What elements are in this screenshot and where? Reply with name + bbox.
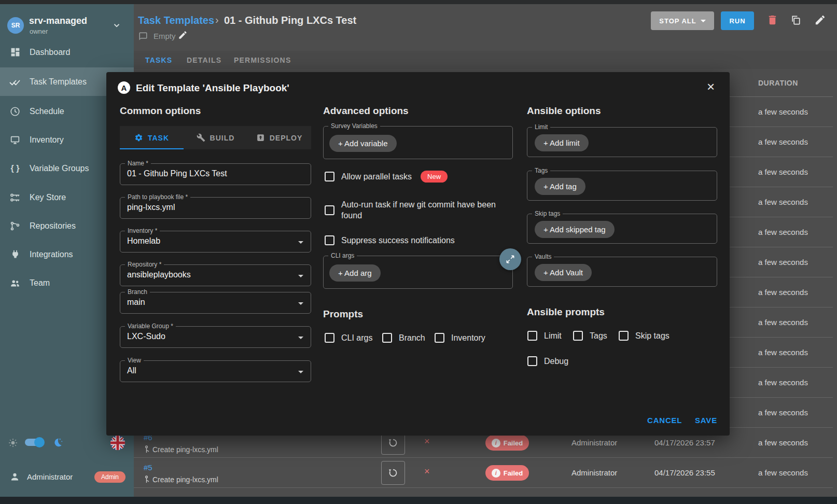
chevron-down-icon[interactable] (298, 302, 303, 305)
inventory-select[interactable]: Inventory * Homelab (120, 231, 311, 253)
branch-select-value[interactable]: main (127, 298, 145, 307)
tab-task-label: TASK (148, 134, 169, 142)
remove-icon[interactable]: × (424, 436, 430, 447)
retry-icon (387, 467, 399, 479)
chevron-down-icon[interactable] (298, 371, 303, 373)
tab-details[interactable]: DETAILS (187, 56, 221, 64)
ansible-prompt-skip-tags-label: Skip tags (635, 331, 669, 341)
checkbox-icon[interactable] (435, 333, 444, 343)
allow-parallel-checkbox-row[interactable]: Allow parallel tasks New (325, 171, 448, 183)
prompt-inventory-label: Inventory (451, 333, 485, 343)
remove-icon[interactable]: × (424, 466, 430, 477)
retry-icon (387, 437, 399, 449)
ansible-prompt-tags[interactable]: Tags (573, 331, 607, 341)
duration-cell: a few seconds (730, 368, 833, 398)
sidebar-item-label: Key Store (30, 193, 66, 202)
chevron-down-icon[interactable] (298, 275, 303, 277)
checkbox-icon[interactable] (573, 331, 583, 341)
add-variable-chip[interactable]: + Add variable (329, 135, 397, 152)
sidebar-item-dashboard[interactable]: Dashboard (0, 38, 134, 66)
prompt-cli-args-label: CLI args (341, 333, 372, 343)
suppress-checkbox-row[interactable]: Suppress success notifications (325, 235, 455, 245)
ansible-prompt-limit[interactable]: Limit (527, 331, 562, 341)
variable-group-select[interactable]: Variable Group * LXC-Sudo (120, 326, 311, 348)
variable-group-value[interactable]: LXC-Sudo (127, 332, 165, 341)
prompt-branch[interactable]: Branch (382, 333, 425, 343)
playbook-path-field[interactable]: Path to playbook file * ping-lxcs.yml (120, 197, 311, 219)
expand-editor-button[interactable] (499, 248, 521, 270)
task-id-link[interactable]: #5 (144, 463, 152, 472)
branch-select[interactable]: Branch main (120, 292, 311, 314)
checkbox-icon[interactable] (619, 331, 629, 341)
save-button[interactable]: SAVE (695, 416, 717, 425)
theme-toggle[interactable] (25, 439, 44, 446)
add-skipped-tag-chip[interactable]: + Add skipped tag (535, 221, 615, 238)
double-check-icon (9, 76, 21, 88)
theme-toggle-thumb[interactable] (34, 437, 45, 447)
ansible-prompt-limit-label: Limit (544, 331, 562, 341)
add-vault-chip[interactable]: + Add Vault (535, 264, 592, 281)
prompt-cli-args[interactable]: CLI args (325, 333, 372, 343)
run-button[interactable]: RUN (721, 11, 754, 30)
prompt-inventory[interactable]: Inventory (435, 333, 485, 343)
inventory-select-label: Inventory * (125, 227, 160, 235)
branch-select-label: Branch (125, 288, 150, 296)
checkbox-icon[interactable] (325, 172, 334, 181)
table-row[interactable]: #5 Create ping-lxcs.yml × i Failed Admin… (134, 458, 833, 488)
copy-icon[interactable] (790, 14, 802, 26)
cancel-button[interactable]: CANCEL (647, 416, 682, 425)
moon-icon (51, 437, 63, 449)
add-arg-chip[interactable]: + Add arg (329, 264, 381, 282)
repository-select[interactable]: Repository * ansibleplaybooks (120, 264, 311, 286)
ansible-prompt-skip-tags[interactable]: Skip tags (619, 331, 669, 341)
footer-user[interactable]: Administrator (27, 472, 73, 481)
breadcrumb[interactable]: Task Templates (138, 15, 214, 26)
chevron-down-icon (701, 20, 706, 22)
tab-permissions[interactable]: PERMISSIONS (234, 56, 291, 64)
chevron-down-icon[interactable] (298, 241, 303, 244)
chevron-down-icon[interactable] (298, 337, 303, 339)
commit-icon (143, 445, 150, 453)
checkbox-icon[interactable] (527, 356, 537, 366)
chevron-down-icon[interactable] (112, 21, 121, 30)
close-icon[interactable]: × (707, 79, 715, 95)
duration-cell: a few seconds (730, 157, 833, 187)
checkbox-icon[interactable] (325, 205, 334, 215)
edit-description-icon[interactable] (178, 30, 188, 40)
checkbox-icon[interactable] (382, 333, 392, 343)
inventory-select-value[interactable]: Homelab (127, 236, 160, 246)
skip-tags-box: Skip tags + Add skipped tag (527, 214, 717, 244)
playbook-path-value[interactable]: ping-lxcs.yml (127, 203, 175, 212)
repository-select-value[interactable]: ansibleplaybooks (127, 270, 191, 279)
checkbox-icon[interactable] (527, 331, 537, 341)
tab-tasks[interactable]: TASKS (145, 56, 172, 64)
tab-build[interactable]: BUILD (184, 126, 247, 149)
edit-template-icon[interactable] (814, 14, 826, 26)
autorun-checkbox-row[interactable]: Auto-run task if new git commit have bee… (325, 199, 514, 221)
ansible-prompt-debug-label: Debug (544, 357, 568, 366)
add-limit-chip[interactable]: + Add limit (535, 134, 589, 151)
ansible-prompt-debug[interactable]: Debug (527, 356, 568, 366)
status-label: Failed (504, 469, 523, 477)
delete-icon[interactable] (766, 14, 778, 26)
app-window: SR srv-managed owner Dashboard Task Temp… (0, 0, 837, 504)
checkbox-icon[interactable] (325, 333, 334, 343)
cli-args-box: CLI args + Add arg (323, 256, 513, 289)
add-tag-chip[interactable]: + Add tag (535, 178, 585, 195)
uk-flag[interactable] (110, 435, 125, 451)
retry-button[interactable] (381, 461, 405, 485)
name-field[interactable]: Name * 01 - Github Ping LXCs Test (120, 163, 311, 185)
duration-column: a few seconds a few seconds a few second… (730, 97, 833, 428)
name-field-value[interactable]: 01 - Github Ping LXCs Test (127, 169, 227, 178)
project-avatar[interactable]: SR (7, 17, 24, 34)
row-duration: a few seconds (758, 438, 808, 447)
tab-deploy[interactable]: DEPLOY (247, 126, 311, 149)
tab-task[interactable]: TASK (120, 126, 184, 149)
ansible-prompt-tags-label: Tags (590, 331, 607, 341)
checkbox-icon[interactable] (325, 235, 334, 245)
sidebar-item-label: Inventory (30, 135, 64, 145)
view-select[interactable]: View All (120, 360, 311, 382)
view-select-value[interactable]: All (127, 366, 136, 375)
duration-cell: a few seconds (730, 247, 833, 277)
stop-all-button[interactable]: STOP ALL (651, 11, 714, 30)
